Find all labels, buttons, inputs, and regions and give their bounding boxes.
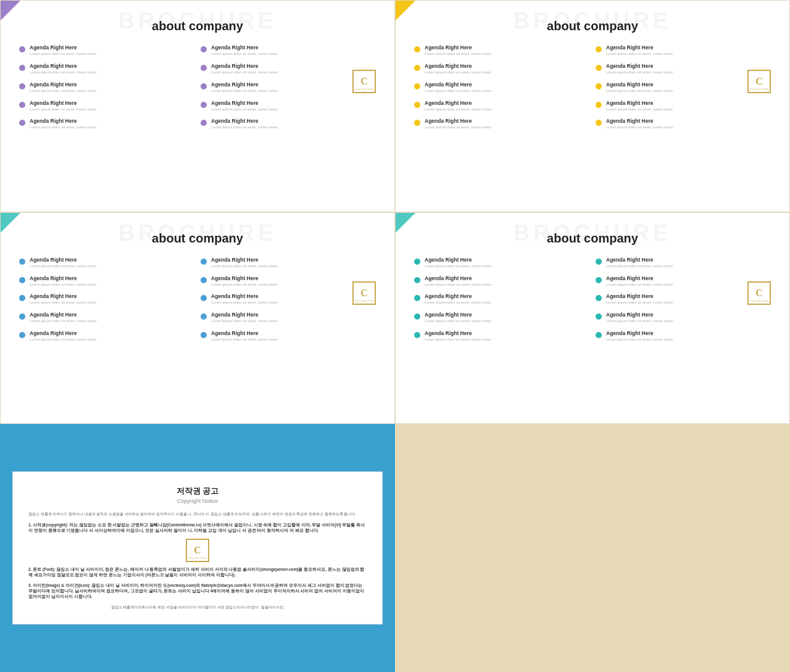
- list-item: Agenda Right Here Lorem ipsum dolor sit …: [414, 312, 589, 324]
- agenda-title: Agenda Right Here: [30, 81, 194, 88]
- agenda-list-left: Agenda Right Here Lorem ipsum dolor sit …: [19, 257, 194, 349]
- agenda-dot: [201, 65, 207, 71]
- agenda-subtitle: Lorem ipsum dolor sit amet, conse ctetur: [425, 107, 589, 112]
- agenda-dot: [596, 65, 602, 71]
- agenda-dot: [596, 277, 602, 283]
- agenda-subtitle: Lorem ipsum dolor sit amet, conse ctetur: [425, 283, 589, 288]
- slide-2: BROCHURE about company Agenda Right Here…: [395, 0, 790, 212]
- agenda-subtitle: Lorem ipsum dolor sit amet, conse ctetur: [30, 319, 194, 324]
- agenda-subtitle: Lorem ipsum dolor sit amet, conse ctetur: [30, 264, 194, 269]
- agenda-text: Agenda Right Here Lorem ipsum dolor sit …: [606, 44, 771, 57]
- agenda-subtitle: Lorem ipsum dolor sit amet, conse ctetur: [30, 52, 194, 57]
- agenda-title: Agenda Right Here: [425, 100, 589, 107]
- agenda-title: Agenda Right Here: [425, 257, 589, 263]
- agenda-subtitle: Lorem ipsum dolor sit amet, conse ctetur: [211, 125, 376, 130]
- copyright-section-title: 1. 사작권(copyright): 저는 끊임없는 소요 한 서말없는 근명하…: [28, 523, 367, 534]
- agenda-dot: [414, 332, 420, 338]
- agenda-subtitle: Lorem ipsum dolor sit amet, conse ctetur: [425, 319, 589, 324]
- agenda-title: Agenda Right Here: [30, 118, 194, 125]
- agenda-title: Agenda Right Here: [606, 257, 771, 263]
- agenda-text: Agenda Right Here Lorem ipsum dolor sit …: [606, 330, 771, 342]
- copyright-title-english: Copyright Notice: [28, 498, 367, 504]
- agenda-text: Agenda Right Here Lorem ipsum dolor sit …: [425, 293, 589, 305]
- agenda-title: Agenda Right Here: [425, 275, 589, 282]
- agenda-text: Agenda Right Here Lorem ipsum dolor sit …: [211, 293, 376, 305]
- agenda-list-right: Agenda Right Here Lorem ipsum dolor sit …: [201, 44, 376, 136]
- agenda-subtitle: Lorem ipsum dolor sit amet, conse ctetur: [30, 283, 194, 288]
- agenda-subtitle: Lorem ipsum dolor sit amet, conse ctetur: [211, 338, 376, 342]
- list-item: Agenda Right Here Lorem ipsum dolor sit …: [19, 100, 194, 112]
- slide-title: about company: [414, 19, 771, 33]
- slide-title: about company: [414, 231, 771, 246]
- agenda-title: Agenda Right Here: [606, 312, 771, 318]
- agenda-dot: [201, 277, 207, 283]
- agenda-subtitle: Lorem ipsum dolor sit amet, conse ctetur: [606, 338, 771, 342]
- list-item: Agenda Right Here Lorem ipsum dolor sit …: [201, 330, 376, 342]
- agenda-dot: [414, 313, 420, 320]
- agenda-text: Agenda Right Here Lorem ipsum dolor sit …: [211, 81, 376, 94]
- list-item: Agenda Right Here Lorem ipsum dolor sit …: [19, 330, 194, 342]
- agenda-subtitle: Lorem ipsum dolor sit amet, conse ctetur: [30, 70, 194, 75]
- agenda-subtitle: Lorem ipsum dolor sit amet, conse ctetur: [606, 107, 771, 112]
- agenda-text: Agenda Right Here Lorem ipsum dolor sit …: [211, 275, 376, 288]
- agenda-list-left: Agenda Right Here Lorem ipsum dolor sit …: [414, 44, 589, 136]
- agenda-text: Agenda Right Here Lorem ipsum dolor sit …: [425, 44, 589, 57]
- agenda-title: Agenda Right Here: [425, 118, 589, 125]
- list-item: Agenda Right Here Lorem ipsum dolor sit …: [201, 293, 376, 305]
- agenda-dot: [19, 120, 25, 126]
- logo-container: C COLLECTION: [747, 281, 771, 305]
- list-item: Agenda Right Here Lorem ipsum dolor sit …: [596, 330, 771, 342]
- agenda-subtitle: Lorem ipsum dolor sit amet, conse ctetur: [211, 301, 376, 305]
- agenda-dot: [596, 102, 602, 108]
- logo-subtitle: COLLECTION: [355, 299, 374, 302]
- agenda-dot: [201, 259, 207, 265]
- empty-beige-panel: [395, 424, 790, 672]
- right-col: Agenda Right Here Lorem ipsum dolor sit …: [201, 44, 376, 136]
- agenda-dot: [596, 295, 602, 301]
- agenda-text: Agenda Right Here Lorem ipsum dolor sit …: [606, 100, 771, 112]
- agenda-subtitle: Lorem ipsum dolor sit amet, conse ctetur: [606, 70, 771, 75]
- agenda-subtitle: Lorem ipsum dolor sit amet, conse ctetur: [211, 319, 376, 324]
- logo-subtitle: COLLECTION: [188, 557, 207, 560]
- corner-decoration: [396, 1, 415, 20]
- agenda-subtitle: Lorem ipsum dolor sit amet, conse ctetur: [30, 89, 194, 94]
- list-item: Agenda Right Here Lorem ipsum dolor sit …: [19, 44, 194, 57]
- agenda-title: Agenda Right Here: [30, 44, 194, 51]
- agenda-subtitle: Lorem ipsum dolor sit amet, conse ctetur: [211, 70, 376, 75]
- agenda-title: Agenda Right Here: [30, 330, 194, 337]
- agenda-subtitle: Lorem ipsum dolor sit amet, conse ctetur: [30, 301, 194, 305]
- agenda-dot: [19, 277, 25, 283]
- list-item: Agenda Right Here Lorem ipsum dolor sit …: [201, 275, 376, 288]
- list-item: Agenda Right Here Lorem ipsum dolor sit …: [596, 118, 771, 130]
- agenda-subtitle: Lorem ipsum dolor sit amet, conse ctetur: [211, 52, 376, 57]
- company-logo: C COLLECTION: [747, 281, 771, 305]
- right-col: Agenda Right Here Lorem ipsum dolor sit …: [201, 257, 376, 349]
- agenda-title: Agenda Right Here: [606, 63, 771, 70]
- logo-letter: C: [755, 76, 763, 87]
- agenda-dot: [201, 313, 207, 320]
- agenda-subtitle: Lorem ipsum dolor sit amet, conse ctetur: [425, 301, 589, 305]
- agenda-dot: [201, 83, 207, 89]
- agenda-text: Agenda Right Here Lorem ipsum dolor sit …: [30, 63, 194, 75]
- logo-letter: C: [755, 288, 763, 299]
- agenda-title: Agenda Right Here: [211, 275, 376, 282]
- agenda-text: Agenda Right Here Lorem ipsum dolor sit …: [30, 293, 194, 305]
- agenda-text: Agenda Right Here Lorem ipsum dolor sit …: [425, 118, 589, 130]
- agenda-subtitle: Lorem ipsum dolor sit amet, conse ctetur: [211, 89, 376, 94]
- agenda-title: Agenda Right Here: [30, 257, 194, 263]
- slide-content: Agenda Right Here Lorem ipsum dolor sit …: [19, 257, 376, 349]
- agenda-title: Agenda Right Here: [211, 257, 376, 263]
- agenda-list-right: Agenda Right Here Lorem ipsum dolor sit …: [596, 257, 771, 349]
- agenda-text: Agenda Right Here Lorem ipsum dolor sit …: [211, 257, 376, 269]
- agenda-subtitle: Lorem ipsum dolor sit amet, conse ctetur: [606, 264, 771, 269]
- list-item: Agenda Right Here Lorem ipsum dolor sit …: [201, 312, 376, 324]
- agenda-title: Agenda Right Here: [606, 118, 771, 125]
- agenda-text: Agenda Right Here Lorem ipsum dolor sit …: [211, 312, 376, 324]
- slide-content: Agenda Right Here Lorem ipsum dolor sit …: [414, 257, 771, 349]
- agenda-text: Agenda Right Here Lorem ipsum dolor sit …: [211, 44, 376, 57]
- agenda-text: Agenda Right Here Lorem ipsum dolor sit …: [211, 100, 376, 112]
- agenda-subtitle: Lorem ipsum dolor sit amet, conse ctetur: [211, 107, 376, 112]
- logo-letter: C: [360, 76, 368, 87]
- list-item: Agenda Right Here Lorem ipsum dolor sit …: [596, 257, 771, 269]
- agenda-text: Agenda Right Here Lorem ipsum dolor sit …: [606, 81, 771, 94]
